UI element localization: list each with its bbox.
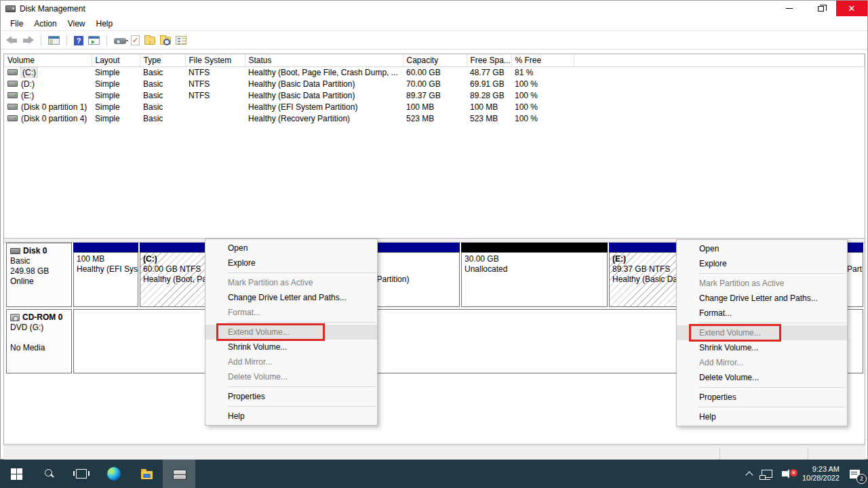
system-tray: ✕ 9:23 AM 10/28/2022 2 [742,460,868,488]
table-row[interactable]: (Disk 0 partition 4) Simple Basic Health… [4,113,865,124]
menu-item-change-drive-letter[interactable]: Change Drive Letter and Paths... [677,291,847,306]
col-status[interactable]: Status [245,54,403,66]
cell-pct: 100 % [511,113,574,124]
cell-type: Basic [140,78,185,89]
menu-item-help[interactable]: Help [205,409,377,424]
cdrom-name: CD-ROM 0 [22,312,62,323]
col-file-system[interactable]: File System [185,54,245,66]
folder-up-icon[interactable]: ↑ [144,37,155,45]
network-icon [762,470,772,478]
partition-unallocated[interactable]: 30.00 GB Unallocated [461,243,608,307]
menu-item-help[interactable]: Help [677,409,847,424]
menu-view[interactable]: View [62,17,91,30]
menu-item-explore[interactable]: Explore [677,256,847,271]
menu-item-properties[interactable]: Properties [677,390,847,405]
action-center-button[interactable]: 2 [845,460,868,488]
start-button[interactable] [0,460,33,488]
network-tray-button[interactable] [757,460,777,488]
menu-file[interactable]: File [5,17,28,30]
cell-layout: Simple [92,113,140,124]
cell-type: Basic [140,101,185,113]
cell-type: Basic [140,89,185,101]
cell-fs: NTFS [185,78,245,89]
col-capacity[interactable]: Capacity [403,54,467,66]
cdrom-header[interactable]: CD-ROM 0 DVD (G:) No Media [6,309,72,373]
menu-item-delete-volume[interactable]: Delete Volume... [677,370,847,385]
console-window-icon[interactable] [48,36,60,45]
file-explorer-button[interactable] [130,460,163,488]
menu-item-label: Extend Volume... [699,328,761,338]
mute-badge-icon: ✕ [790,469,797,476]
minimize-icon [786,8,793,9]
table-row[interactable]: (Disk 0 partition 1) Simple Basic Health… [4,101,865,113]
properties-icon[interactable] [176,36,186,45]
cell-capacity: 89.37 GB [403,89,467,101]
help-icon[interactable]: ? [74,36,83,45]
menu-separator [698,273,846,274]
col-free-space[interactable]: Free Spa... [467,54,511,66]
menu-item-open[interactable]: Open [205,241,377,256]
cell-capacity: 70.00 GB [403,78,467,89]
table-row[interactable]: (C:) Simple Basic NTFS Healthy (Boot, Pa… [4,66,865,78]
window-title: Disk Management [20,4,85,14]
menu-item-shrink-volume[interactable]: Shrink Volume... [677,340,847,355]
col-type[interactable]: Type [140,54,185,66]
search-button[interactable] [33,460,65,488]
disk0-type: Basic [10,256,69,266]
col-pct-free[interactable]: % Free [511,54,574,66]
restore-icon [818,6,824,12]
partition-color-bar [73,243,138,252]
menu-item-explore[interactable]: Explore [205,256,377,270]
cell-fs [185,113,245,124]
menu-item-format: Format... [205,305,377,320]
partition-efi[interactable]: 100 MB Healthy (EFI Sys [73,243,138,307]
menu-item-change-drive-letter[interactable]: Change Drive Letter and Paths... [205,290,377,305]
toolbar-separator [66,35,67,46]
volume-icon [7,115,18,121]
clock[interactable]: 9:23 AM 10/28/2022 [797,465,845,483]
disk0-header[interactable]: Disk 0 Basic 249.98 GB Online [6,243,72,307]
volume-label: (Disk 0 partition 1) [21,102,87,112]
title-bar: Disk Management ✕ [1,1,867,16]
menu-help[interactable]: Help [91,17,119,30]
menu-item-properties[interactable]: Properties [205,389,377,404]
menu-item-open[interactable]: Open [677,241,847,256]
menu-action[interactable]: Action [28,17,62,30]
task-view-button[interactable] [65,460,98,488]
restore-button[interactable] [805,1,836,16]
volume-label: (E:) [21,91,34,100]
taskbar: ✕ 9:23 AM 10/28/2022 2 [0,460,868,488]
menu-separator [227,272,376,273]
table-row[interactable]: (E:) Simple Basic NTFS Healthy (Basic Da… [4,89,865,101]
close-button[interactable]: ✕ [836,1,867,16]
forward-icon[interactable] [22,36,34,45]
partition-name: (E:) [612,254,626,264]
edge-button[interactable] [98,460,130,488]
volume-icon [7,104,18,110]
volume-tray-button[interactable]: ✕ [777,460,797,488]
rescan-icon[interactable] [114,38,126,44]
col-volume[interactable]: Volume [4,54,92,66]
show-window-icon[interactable] [88,36,100,45]
menu-item-shrink-volume[interactable]: Shrink Volume... [205,340,377,354]
cell-fs: NTFS [185,89,245,101]
col-layout[interactable]: Layout [92,54,140,66]
tray-overflow-button[interactable] [742,460,757,488]
partition-status: Unallocated [465,264,607,274]
menu-separator [227,406,376,407]
check-document-icon[interactable]: ✓ [131,35,140,45]
status-divider [719,447,720,460]
table-row[interactable]: (D:) Simple Basic NTFS Healthy (Basic Da… [4,78,865,89]
back-icon[interactable] [6,36,18,45]
cell-layout: Simple [92,78,140,89]
menu-separator [698,323,846,323]
menu-item-extend-volume: Extend Volume... [205,325,377,340]
search-icon [43,468,54,479]
menu-item-format[interactable]: Format... [677,306,847,321]
volume-icon [7,92,18,98]
disk-management-taskbar-button[interactable] [163,460,195,488]
cell-free: 48.77 GB [467,66,511,78]
folder-search-icon[interactable] [160,37,171,45]
minimize-button[interactable] [774,1,805,16]
cdrom-media-status: No Media [10,343,69,353]
